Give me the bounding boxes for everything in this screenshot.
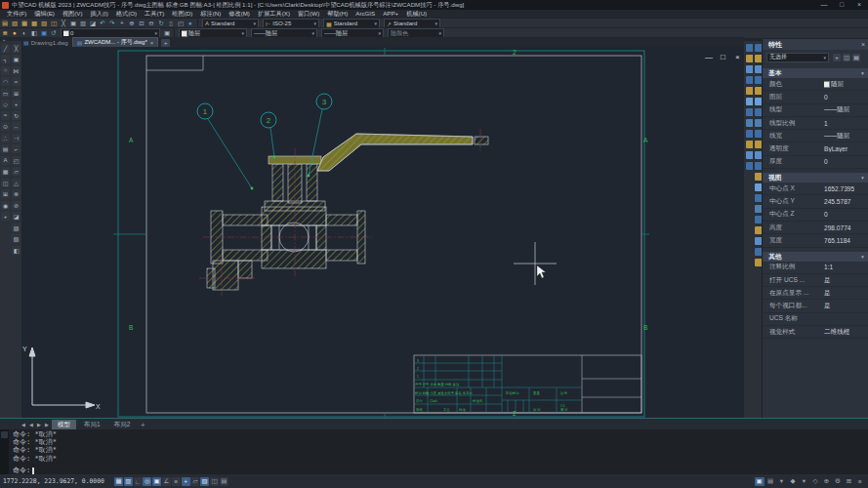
pan-icon[interactable]: +: [118, 20, 127, 27]
select-objects-icon[interactable]: ▤: [852, 54, 860, 61]
menu-item[interactable]: 修改(M): [225, 10, 254, 18]
command-history-line[interactable]: 命令: *取消*: [13, 446, 57, 454]
property-row[interactable]: 在原点显示 ...是: [763, 287, 868, 300]
snap-icon[interactable]: ▥: [124, 477, 133, 486]
redo-icon[interactable]: ↷: [108, 20, 117, 27]
modify-tool-icon[interactable]: ⌐: [12, 144, 21, 153]
modify-tool-icon[interactable]: △: [12, 179, 21, 187]
paste-icon[interactable]: ▥: [79, 20, 88, 27]
modify-tool-icon[interactable]: ≈: [12, 77, 21, 86]
property-row[interactable]: 线型比例1: [763, 117, 868, 130]
units-icon[interactable]: ⊕: [822, 477, 832, 486]
cut-icon[interactable]: ╳: [60, 20, 68, 27]
menu-item[interactable]: 工具(T): [141, 10, 168, 18]
ortho-icon[interactable]: ∟: [134, 477, 143, 486]
new-icon[interactable]: ▤: [1, 20, 10, 27]
tab-layout2[interactable]: 布局2: [108, 420, 137, 430]
layout-nav-icon[interactable]: ▶: [43, 422, 51, 427]
toggle-value-icon[interactable]: +: [833, 54, 841, 61]
command-window[interactable]: 命令: *取消*命令: *取消*命令: *取消*命令: *取消* 命令:: [0, 429, 868, 474]
drawing-canvas[interactable]: A B A B 2 2: [21, 47, 744, 418]
annotation-scale-badge[interactable]: ▣: [755, 477, 765, 486]
property-value[interactable]: ByLayer: [824, 145, 847, 152]
close-button[interactable]: ×: [850, 0, 868, 10]
new-tab-button[interactable]: +: [161, 39, 170, 47]
property-row[interactable]: 注释比例1:1: [763, 262, 868, 274]
minimize-button[interactable]: —: [815, 0, 833, 10]
polar-icon[interactable]: ◎: [143, 477, 151, 486]
menu-item[interactable]: APP+: [379, 10, 402, 18]
draw-tool-icon[interactable]: ∴: [1, 134, 10, 142]
quick-select-icon[interactable]: ◫: [843, 54, 850, 61]
menu-item[interactable]: 窗口(W): [294, 10, 323, 18]
modify-tool-icon[interactable]: ╳: [12, 44, 21, 53]
section-header-other[interactable]: 其他 ▼: [763, 252, 868, 262]
osnap-icon[interactable]: ▣: [152, 477, 161, 486]
command-history-line[interactable]: 命令: *取消*: [13, 455, 57, 463]
scale-dropdown-icon[interactable]: ▾: [777, 477, 787, 486]
regen-icon[interactable]: ↻: [157, 20, 166, 27]
zoom-previous-icon[interactable]: ⊖: [147, 20, 156, 27]
property-row[interactable]: 中心点 Z0: [763, 209, 868, 222]
property-value[interactable]: 0: [824, 211, 828, 218]
doc-tab-active[interactable]: ▤ ZWCADM... - 序号.dwg* ×: [72, 37, 159, 47]
property-value[interactable]: 是: [824, 302, 831, 310]
maximize-button[interactable]: □: [833, 0, 850, 10]
property-value[interactable]: 0: [824, 158, 828, 165]
otrack-icon[interactable]: ∠: [162, 477, 171, 486]
designcenter-icon[interactable]: ◰: [177, 20, 186, 27]
property-row[interactable]: 线宽——随层: [763, 130, 868, 142]
property-value[interactable]: 245.5787: [824, 198, 851, 205]
settings-gear-icon[interactable]: ⚙: [833, 477, 843, 486]
property-row[interactable]: UCS 名称: [763, 313, 868, 326]
property-value[interactable]: 二维线框: [824, 328, 849, 337]
scale-list-icon[interactable]: ▤: [765, 477, 775, 486]
draw-tool-icon[interactable]: ◫: [1, 179, 10, 187]
layer-lock-icon[interactable]: ◧: [30, 29, 39, 37]
command-history-line[interactable]: 命令: *取消*: [13, 438, 57, 446]
menu-item[interactable]: 扩展工具(X): [254, 10, 294, 18]
menu-item[interactable]: 格式(O): [112, 10, 141, 18]
modify-tool-icon[interactable]: ↔: [12, 122, 21, 131]
draw-tool-icon[interactable]: ◇: [1, 100, 10, 108]
auto-annotation-icon[interactable]: ◇: [810, 477, 820, 486]
annotation-visibility-icon[interactable]: ◆: [788, 477, 798, 486]
tab-model[interactable]: 模型: [52, 420, 76, 430]
property-row[interactable]: 透明度ByLayer: [763, 142, 868, 155]
draw-tool-icon[interactable]: ≈: [1, 111, 10, 120]
doc-tab-drawing1[interactable]: ▤ Drawing1.dwg: [20, 38, 72, 47]
draw-tool-icon[interactable]: ⊙: [1, 122, 10, 131]
modify-tool-icon[interactable]: ⊣: [12, 134, 21, 142]
layout-nav-icon[interactable]: ◀: [20, 422, 27, 427]
save-icon[interactable]: ▦: [21, 20, 29, 27]
menu-item[interactable]: 视图(V): [59, 10, 87, 18]
fullscreen-icon[interactable]: ⊞: [845, 477, 854, 486]
add-layout-button[interactable]: +: [141, 422, 145, 428]
draw-tool-icon[interactable]: A: [1, 156, 10, 165]
menu-item[interactable]: 机械(U): [402, 10, 431, 18]
property-value[interactable]: 0: [824, 94, 828, 101]
mdi-controls[interactable]: — □ ×: [705, 53, 740, 61]
lineweight-icon[interactable]: ≡: [172, 477, 181, 486]
layout-nav-icon[interactable]: ▶: [35, 422, 43, 427]
property-row[interactable]: 视觉样式二维线框: [763, 326, 868, 339]
draw-tool-icon[interactable]: ◠: [1, 77, 10, 86]
property-row[interactable]: 宽度765.1184: [763, 234, 868, 247]
layer-color-icon[interactable]: ▣: [40, 29, 49, 37]
modify-tool-icon[interactable]: ⊞: [12, 89, 21, 98]
grid-icon[interactable]: ▦: [114, 477, 123, 486]
draw-tool-icon[interactable]: ○: [1, 66, 10, 75]
draw-tool-icon[interactable]: ◉: [1, 201, 10, 210]
property-value[interactable]: 是: [824, 276, 831, 285]
open-icon[interactable]: ▧: [11, 20, 20, 27]
undo-icon[interactable]: ↶: [99, 20, 107, 27]
layer-previous-icon[interactable]: ↺: [50, 29, 59, 37]
property-value[interactable]: ——随层: [824, 105, 849, 114]
property-row[interactable]: 图层0: [763, 91, 868, 103]
preview-icon[interactable]: ◫: [50, 20, 59, 27]
menu-item[interactable]: ArcGIS: [351, 10, 379, 18]
modify-tool-icon[interactable]: ▧: [12, 234, 21, 243]
plot-icon[interactable]: ▨: [40, 20, 49, 27]
selection-combo[interactable]: 无选择▾: [766, 53, 829, 62]
draw-tool-icon[interactable]: ⊞: [1, 189, 10, 198]
